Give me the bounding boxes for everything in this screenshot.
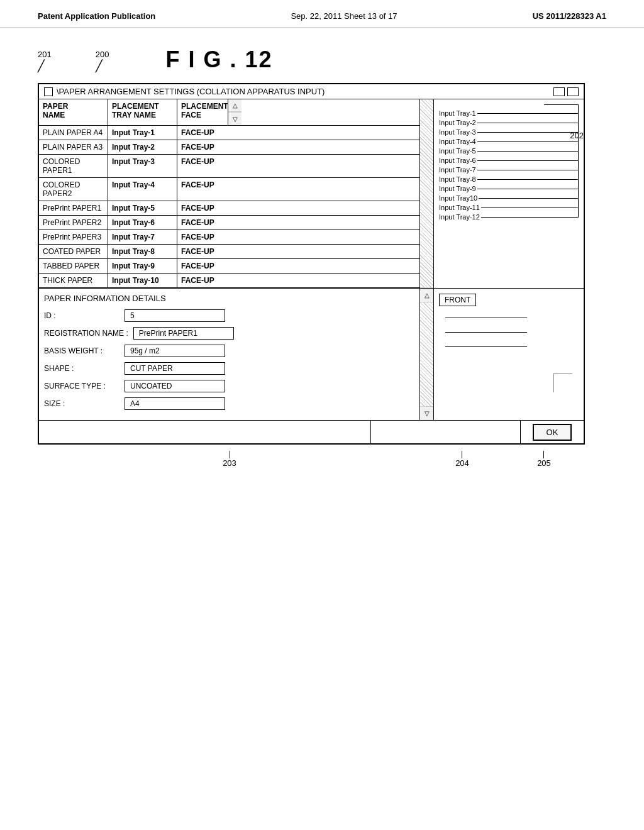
ref-203-area: 203 [38,451,421,468]
bottom-section: PAPER INFORMATION DETAILS ID : 5 REGISTR… [39,288,584,420]
title-buttons [553,87,579,96]
table-rows: PLAIN PAPER A4 Input Tray-1 FACE-UP PLAI… [39,126,419,288]
table-header-row: PAPERNAME PLACEMENTTRAY NAME PLACEMENTFA… [39,99,419,126]
front-scroll-track [420,302,433,406]
col-header-tray-name: PLACEMENTTRAY NAME [108,99,177,125]
tray-label: Input Tray-6 [439,157,476,164]
ref-204-205-area: 204 205 [421,451,585,468]
tray-label: Input Tray-1 [439,109,476,117]
tray-diagram-area: 202 Input Tray-1Input Tray-2Input Tray-3… [434,99,584,288]
table-row[interactable]: PrePrint PAPER2 Input Tray-6 FACE-UP [39,216,419,230]
table-row[interactable]: PLAIN PAPER A4 Input Tray-1 FACE-UP [39,126,419,140]
footer-right-area[interactable]: OK [521,421,584,443]
info-field-value: 5 [125,309,225,322]
paper-line-2 [445,332,527,333]
page-header: Patent Application Publication Sep. 22, … [0,0,644,28]
cell-paper-name: PrePrint PAPER1 [39,201,108,215]
table-row[interactable]: PrePrint PAPER1 Input Tray-5 FACE-UP [39,201,419,216]
right-bottom-panel: △ ▽ FRONT [420,289,584,420]
cell-tray-name: Input Tray-5 [108,201,177,215]
cell-tray-name: Input Tray-3 [108,155,177,177]
col-header-face: PLACEMENTFACE [177,99,228,125]
info-field-row: SURFACE TYPE : UNCOATED [44,380,414,392]
cell-tray-name: Input Tray-6 [108,216,177,230]
info-field-label: SIZE : [44,399,119,408]
main-content: 201 ╱ 200 ╱ F I G . 12 \PAPER ARRANGEMEN… [0,28,644,487]
dialog-footer: OK [39,420,584,443]
front-scroll-up[interactable]: △ [420,289,433,302]
info-field-value: PrePrint PAPER1 [133,327,234,340]
table-row[interactable]: PrePrint PAPER3 Input Tray-7 FACE-UP [39,230,419,245]
scroll-up-button[interactable]: △ [228,99,242,112]
info-field-label: REGISTRATION NAME : [44,329,128,338]
cell-paper-name: PrePrint PAPER3 [39,230,108,244]
title-checkbox[interactable] [44,87,53,96]
info-field-row: REGISTRATION NAME : PrePrint PAPER1 [44,327,414,340]
info-field-value: 95g / m2 [125,345,225,357]
table-row[interactable]: PLAIN PAPER A3 Input Tray-2 FACE-UP [39,140,419,155]
cell-tray-name: Input Tray-1 [108,126,177,140]
cell-face: FACE-UP [177,155,228,177]
cell-face: FACE-UP [177,230,228,244]
info-field-value: CUT PAPER [125,362,225,375]
header-left: Patent Application Publication [38,11,155,21]
tray-label: Input Tray-3 [439,128,476,136]
front-label: FRONT [439,294,476,306]
table-row[interactable]: COATED PAPER Input Tray-8 FACE-UP [39,245,419,259]
cell-face: FACE-UP [177,245,228,258]
info-field-value: UNCOATED [125,380,225,392]
cell-paper-name: PLAIN PAPER A4 [39,126,108,140]
ref-203: 203 [223,458,236,468]
header-right: US 2011/228323 A1 [533,11,606,21]
scroll-up-col: △ ▽ [228,99,242,125]
table-row[interactable]: COLORED PAPER2 Input Tray-4 FACE-UP [39,178,419,201]
ref-204-line [462,451,462,458]
table-row[interactable]: THICK PAPER Input Tray-10 FACE-UP [39,274,419,288]
tray-label: Input Tray-5 [439,147,476,155]
cell-paper-name: PrePrint PAPER2 [39,216,108,230]
cell-tray-name: Input Tray-2 [108,140,177,154]
tray-label: Input Tray-11 [439,204,480,211]
tray-label: Input Tray-8 [439,175,476,183]
info-field-row: SHAPE : CUT PAPER [44,362,414,375]
cell-paper-name: COATED PAPER [39,245,108,258]
cell-tray-name: Input Tray-10 [108,274,177,287]
ok-button[interactable]: OK [533,424,572,441]
paper-line-1 [445,318,527,318]
tray-label: Input Tray-4 [439,138,476,145]
front-scroll-down[interactable]: ▽ [420,406,433,420]
cell-face: FACE-UP [177,126,228,140]
info-field-label: SURFACE TYPE : [44,382,119,390]
ref-204: 204 [455,458,469,468]
cell-face: FACE-UP [177,178,228,201]
tray-stack-box [544,104,579,218]
table-row[interactable]: TABBED PAPER Input Tray-9 FACE-UP [39,259,419,274]
minimize-button[interactable] [553,87,565,96]
info-field-row: ID : 5 [44,309,414,322]
paper-lines [439,313,579,352]
tray-label: Input Tray-9 [439,185,476,192]
scroll-down-button[interactable]: ▽ [228,113,242,125]
info-panel: PAPER INFORMATION DETAILS ID : 5 REGISTR… [39,289,420,420]
maximize-button[interactable] [567,87,579,96]
col-header-paper-name: PAPERNAME [39,99,108,125]
cell-tray-name: Input Tray-9 [108,259,177,273]
front-diagram [439,313,579,401]
info-field-label: ID : [44,311,119,320]
cell-face: FACE-UP [177,216,228,230]
ref-205-line [543,451,544,458]
cell-paper-name: TABBED PAPER [39,259,108,273]
info-field-value: A4 [125,397,225,410]
tray-label: Input Tray-12 [439,213,480,221]
table-row[interactable]: COLORED PAPER1 Input Tray-3 FACE-UP [39,155,419,178]
tray-label: Input Tray-2 [439,119,476,126]
footer-left-area [39,421,371,443]
cell-tray-name: Input Tray-7 [108,230,177,244]
info-field-row: SIZE : A4 [44,397,414,410]
cell-paper-name: THICK PAPER [39,274,108,287]
left-table-panel: PAPERNAME PLACEMENTTRAY NAME PLACEMENTFA… [39,99,420,288]
tray-label: Input Tray10 [439,194,477,202]
bottom-ref-labels: 203 204 205 [38,445,585,468]
paper-line-3 [445,346,527,347]
fig-title: F I G . 12 [165,47,272,73]
